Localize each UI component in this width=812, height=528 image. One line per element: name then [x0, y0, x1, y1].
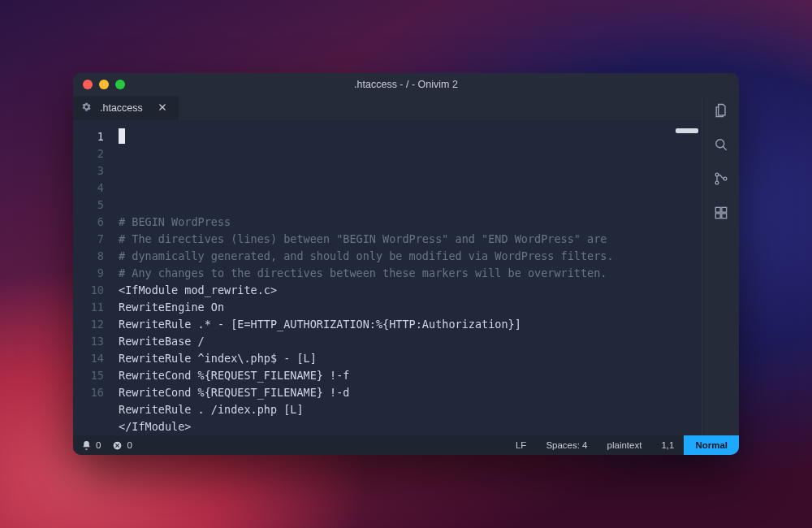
bell-icon — [81, 440, 92, 451]
code-line[interactable]: RewriteCond %{REQUEST_FILENAME} !-f — [119, 367, 702, 384]
svg-point-2 — [715, 181, 719, 184]
code-line[interactable]: # END WordPress — [119, 452, 702, 455]
code-line[interactable]: RewriteBase / — [119, 333, 702, 350]
tab-label: .htaccess — [100, 102, 143, 114]
line-number: 5 — [73, 197, 104, 214]
editor-window: .htaccess - / - Onivim 2 .htaccess 12345… — [73, 73, 739, 455]
svg-rect-4 — [715, 207, 720, 212]
svg-point-3 — [723, 177, 727, 180]
gear-icon — [81, 102, 92, 115]
line-number: 2 — [73, 145, 104, 162]
code-line[interactable]: RewriteRule . /index.php [L] — [119, 401, 702, 418]
close-tab-button[interactable] — [158, 102, 167, 115]
text-cursor — [119, 128, 125, 144]
close-window-button[interactable] — [83, 80, 93, 89]
extensions-icon[interactable] — [713, 205, 729, 221]
main-column: .htaccess 12345678910111213141516 # BEGI… — [73, 96, 702, 435]
code-line[interactable]: <IfModule mod_rewrite.c> — [119, 282, 702, 299]
code-line[interactable]: # BEGIN WordPress — [119, 214, 702, 231]
code-line[interactable]: RewriteRule ^index\.php$ - [L] — [119, 350, 702, 367]
code-line[interactable]: RewriteEngine On — [119, 299, 702, 316]
window-title: .htaccess - / - Onivim 2 — [73, 79, 739, 90]
code-line[interactable]: # dynamically generated, and should only… — [119, 248, 702, 265]
tab-htaccess[interactable]: .htaccess — [73, 96, 179, 120]
line-number: 7 — [73, 231, 104, 248]
code-line[interactable]: # The directives (lines) between "BEGIN … — [119, 231, 702, 248]
line-number: 13 — [73, 333, 104, 350]
zoom-window-button[interactable] — [115, 80, 125, 89]
activity-bar — [702, 96, 739, 435]
line-number: 10 — [73, 282, 104, 299]
line-number: 4 — [73, 180, 104, 197]
line-number: 11 — [73, 299, 104, 316]
code-line[interactable]: # Any changes to the directives between … — [119, 265, 702, 282]
svg-point-1 — [715, 173, 719, 176]
code-line[interactable]: </IfModule> — [119, 418, 702, 435]
search-icon[interactable] — [713, 136, 729, 153]
scrollbar-thumb[interactable] — [676, 128, 698, 133]
code-editor[interactable]: 12345678910111213141516 # BEGIN WordPres… — [73, 120, 702, 435]
svg-rect-6 — [715, 214, 720, 219]
files-icon[interactable] — [713, 102, 729, 119]
code-line[interactable] — [119, 435, 702, 452]
line-number: 3 — [73, 162, 104, 180]
traffic-lights — [83, 80, 125, 89]
notifications-count: 0 — [96, 440, 101, 450]
line-number: 14 — [73, 350, 104, 367]
svg-point-0 — [715, 140, 723, 148]
tab-bar: .htaccess — [73, 96, 702, 120]
line-number: 15 — [73, 367, 104, 384]
source-control-icon[interactable] — [713, 171, 729, 187]
code-area[interactable]: # BEGIN WordPress# The directives (lines… — [112, 120, 702, 435]
line-number: 9 — [73, 265, 104, 282]
line-number: 1 — [73, 128, 104, 145]
minimize-window-button[interactable] — [99, 80, 109, 89]
line-number: 12 — [73, 316, 104, 333]
line-number: 16 — [73, 384, 104, 401]
titlebar[interactable]: .htaccess - / - Onivim 2 — [73, 73, 739, 96]
code-line[interactable] — [119, 197, 702, 214]
line-number: 6 — [73, 214, 104, 231]
notifications-status[interactable]: 0 — [81, 440, 101, 451]
code-line[interactable]: RewriteCond %{REQUEST_FILENAME} !-d — [119, 384, 702, 401]
window-body: .htaccess 12345678910111213141516 # BEGI… — [73, 96, 739, 435]
line-number: 8 — [73, 248, 104, 265]
code-line[interactable]: RewriteRule .* - [E=HTTP_AUTHORIZATION:%… — [119, 316, 702, 333]
svg-rect-5 — [721, 207, 726, 212]
line-number-gutter: 12345678910111213141516 — [73, 120, 112, 435]
svg-rect-7 — [721, 214, 726, 219]
